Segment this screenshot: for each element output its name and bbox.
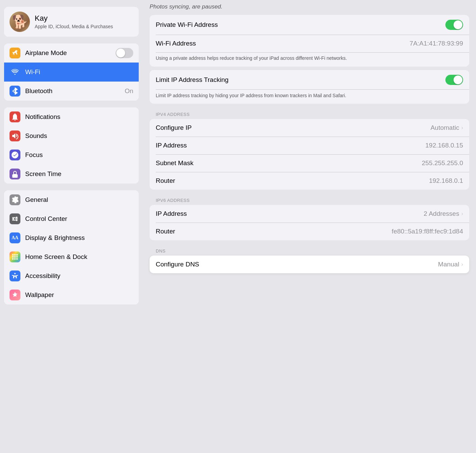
ipv6-header: IPV6 ADDRESS: [150, 193, 469, 205]
configure-ip-label: Configure IP: [156, 124, 192, 132]
notifications-icon: [10, 111, 20, 122]
sidebar-item-display-brightness[interactable]: AA Display & Brightness: [4, 228, 139, 247]
privacy-card: Private Wi-Fi Address Wi-Fi Address 7A:A…: [150, 15, 469, 67]
configure-dns-chevron: ›: [461, 261, 463, 267]
private-wifi-label: Private Wi-Fi Address: [156, 21, 218, 29]
focus-icon: [10, 150, 20, 160]
private-wifi-toggle[interactable]: [445, 20, 463, 30]
ipv6-address-chevron: ›: [461, 211, 463, 217]
profile-info: Kay Apple ID, iCloud, Media & Purchases: [35, 14, 113, 30]
bluetooth-value: On: [125, 87, 133, 95]
ip-address-label: IP Address: [156, 142, 187, 149]
router-row: Router 192.168.0.1: [150, 172, 469, 190]
router-label: Router: [156, 177, 175, 185]
airplane-mode-label: Airplane Mode: [25, 49, 116, 57]
wallpaper-label: Wallpaper: [25, 291, 133, 299]
connectivity-section: Airplane Mode Wi-Fi: [4, 43, 139, 101]
wifi-icon: [10, 67, 20, 77]
bluetooth-label: Bluetooth: [25, 87, 125, 95]
bluetooth-icon: [10, 86, 20, 97]
subnet-mask-value: 255.255.255.0: [422, 159, 463, 167]
ipv4-header: IPV4 ADDRESS: [150, 107, 469, 119]
profile-section[interactable]: Kay Apple ID, iCloud, Media & Purchases: [4, 7, 139, 37]
dns-header: DNS: [150, 244, 469, 256]
display-brightness-icon: AA: [10, 232, 20, 243]
ipv6-address-value: 2 Addresses ›: [424, 210, 463, 217]
svg-rect-11: [12, 254, 14, 256]
sounds-icon: [10, 130, 20, 141]
profile-subtitle: Apple ID, iCloud, Media & Purchases: [35, 23, 113, 30]
svg-point-4: [16, 217, 18, 219]
subnet-mask-label: Subnet Mask: [156, 159, 193, 167]
sidebar-item-accessibility[interactable]: Accessibility: [4, 266, 139, 285]
svg-rect-17: [12, 258, 14, 260]
sidebar-item-general[interactable]: General: [4, 190, 139, 209]
sidebar-item-screen-time[interactable]: Screen Time: [4, 164, 139, 184]
sidebar-item-sounds[interactable]: Sounds: [4, 126, 139, 145]
subnet-mask-row: Subnet Mask 255.255.255.0: [150, 154, 469, 172]
svg-rect-12: [14, 254, 16, 256]
sidebar-item-wallpaper[interactable]: Wallpaper: [4, 285, 139, 304]
svg-line-2: [13, 91, 15, 93]
airplane-mode-icon: [10, 48, 20, 58]
content-panel: Photos syncing, are paused. Private Wi-F…: [143, 0, 476, 453]
svg-line-1: [13, 89, 15, 91]
configure-dns-row[interactable]: Configure DNS Manual ›: [150, 256, 469, 273]
home-screen-label: Home Screen & Dock: [25, 253, 133, 261]
profile-name: Kay: [35, 14, 113, 23]
wifi-address-value: 7A:A1:41:78:93:99: [410, 40, 463, 47]
general-icon: [10, 194, 20, 205]
airplane-mode-toggle[interactable]: [116, 48, 133, 58]
svg-rect-14: [12, 256, 14, 258]
privacy-note: Using a private address helps reduce tra…: [150, 52, 469, 67]
configure-ip-chevron: ›: [461, 125, 463, 131]
svg-rect-18: [14, 258, 16, 260]
sidebar-item-wifi[interactable]: Wi-Fi: [4, 63, 139, 82]
screen-time-icon: [10, 169, 20, 179]
ipv6-address-label: IP Address: [156, 210, 187, 217]
focus-label: Focus: [25, 151, 133, 159]
limit-tracking-card: Limit IP Address Tracking Limit IP addre…: [150, 70, 469, 104]
limit-ip-toggle[interactable]: [445, 75, 463, 85]
control-center-label: Control Center: [25, 215, 133, 223]
display-brightness-label: Display & Brightness: [25, 234, 133, 242]
router-value: 192.168.0.1: [429, 177, 463, 185]
sidebar-item-notifications[interactable]: Notifications: [4, 107, 139, 126]
ipv6-router-value: fe80::5a19:f8ff:fec9:1d84: [392, 228, 463, 235]
configure-dns-value: Manual ›: [438, 261, 463, 268]
ipv6-router-row: Router fe80::5a19:f8ff:fec9:1d84: [150, 223, 469, 240]
control-center-icon: [10, 213, 20, 224]
wifi-address-label: Wi-Fi Address: [156, 40, 196, 47]
dns-card: Configure DNS Manual ›: [150, 256, 469, 273]
ipv6-address-row[interactable]: IP Address 2 Addresses ›: [150, 205, 469, 223]
ipv6-router-label: Router: [156, 228, 175, 235]
avatar: [10, 12, 30, 32]
wallpaper-icon: [10, 290, 20, 300]
ipv6-card: IP Address 2 Addresses › Router fe80::5a…: [150, 205, 469, 240]
screen-time-label: Screen Time: [25, 170, 133, 178]
sidebar-item-focus[interactable]: Focus: [4, 145, 139, 164]
limit-ip-label: Limit IP Address Tracking: [156, 76, 228, 84]
sidebar: Kay Apple ID, iCloud, Media & Purchases …: [0, 0, 143, 453]
svg-rect-13: [16, 254, 18, 256]
configure-dns-label: Configure DNS: [156, 261, 199, 268]
svg-point-5: [16, 220, 18, 221]
limit-tracking-note: Limit IP address tracking by hiding your…: [150, 90, 469, 104]
private-wifi-row[interactable]: Private Wi-Fi Address: [150, 15, 469, 35]
sidebar-item-bluetooth[interactable]: Bluetooth On: [4, 82, 139, 101]
sidebar-item-home-screen[interactable]: Home Screen & Dock: [4, 247, 139, 266]
sounds-label: Sounds: [25, 132, 133, 140]
accessibility-icon: [10, 271, 20, 281]
svg-rect-19: [16, 258, 18, 260]
sidebar-item-control-center[interactable]: Control Center: [4, 209, 139, 228]
svg-rect-15: [14, 256, 16, 258]
configure-ip-row[interactable]: Configure IP Automatic ›: [150, 119, 469, 137]
sidebar-item-airplane-mode[interactable]: Airplane Mode: [4, 43, 139, 63]
limit-ip-row[interactable]: Limit IP Address Tracking: [150, 70, 469, 90]
svg-rect-16: [16, 256, 18, 258]
notifications-label: Notifications: [25, 113, 133, 121]
ip-address-value: 192.168.0.15: [425, 142, 463, 149]
general-label: General: [25, 196, 133, 204]
accessibility-label: Accessibility: [25, 272, 133, 280]
wifi-label: Wi-Fi: [25, 68, 133, 76]
